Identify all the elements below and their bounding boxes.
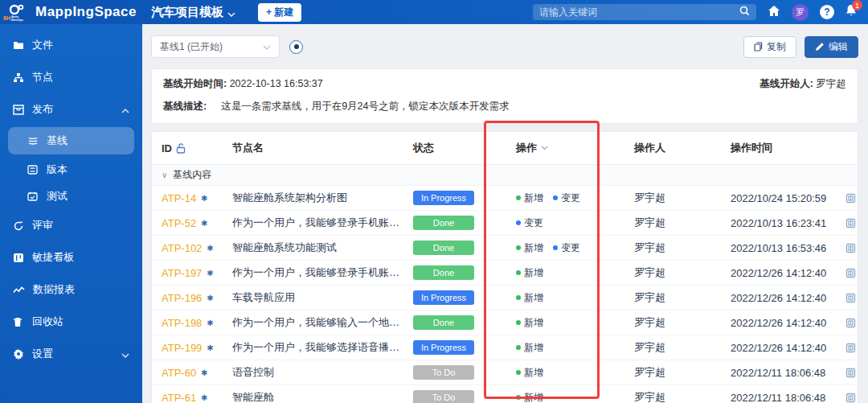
row-name[interactable]: 作为一个用户，我能够输入一个地… [232, 315, 413, 330]
row-id[interactable]: ATP-61 [162, 392, 196, 403]
frozen-asterisk-icon: ✱ [207, 244, 213, 253]
help-icon[interactable]: ? [820, 5, 834, 19]
sidebar-item-versions[interactable]: 版本 [0, 156, 142, 183]
edit-button[interactable]: 编辑 [805, 36, 858, 58]
table-row[interactable]: ATP-60 ✱ 语音控制 To Do 新增 罗宇超 2022/12/11 18… [152, 360, 858, 385]
row-time: 2022/12/11 18:06:48 [731, 367, 845, 379]
avatar[interactable]: 罗 [792, 4, 809, 21]
table-row[interactable]: ATP-61 ✱ 智能座舱 To Do 新增 罗宇超 2022/12/11 18… [152, 385, 858, 403]
sidebar-item-release[interactable]: 发布 [0, 93, 142, 125]
table-body: ATP-14 ✱ 智能座舱系统架构分析图 In Progress 新增变更 罗宇… [152, 186, 858, 403]
row-time: 2022/12/26 14:12:40 [731, 292, 845, 304]
table-row[interactable]: ATP-52 ✱ 作为一个用户，我能够登录手机账… Done 变更 罗宇超 20… [152, 211, 858, 236]
sidebar-item-kanban[interactable]: 敏捷看板 [0, 241, 142, 273]
app-logo[interactable]: 8H Auto DevOps [3, 3, 31, 22]
row-id[interactable]: ATP-196 [162, 292, 202, 304]
row-time: 2022/10/13 16:53:46 [731, 242, 845, 254]
project-title-dropdown[interactable]: 汽车项目模板 [151, 5, 235, 20]
row-name[interactable]: 车载导航应用 [232, 290, 413, 305]
sidebar-item-files[interactable]: 文件 [0, 29, 142, 61]
row-id[interactable]: ATP-198 [162, 317, 202, 329]
row-id[interactable]: ATP-102 [162, 242, 202, 254]
table-header-row: ID 节点名 状态 操作 操作人 操作时间 [152, 132, 858, 165]
snapshot-icon[interactable] [845, 193, 858, 204]
sidebar-item-recycle[interactable]: 回收站 [0, 306, 142, 338]
sidebar-item-baseline[interactable]: 基线 [8, 127, 134, 154]
baseline-target-button[interactable] [289, 40, 303, 54]
logo-badge: 8H Auto DevOps [3, 15, 31, 22]
row-id[interactable]: ATP-199 [162, 342, 202, 354]
row-time: 2022/10/13 16:23:41 [731, 217, 845, 229]
row-name[interactable]: 智能座舱系统功能测试 [232, 241, 413, 255]
folder-icon [13, 40, 24, 50]
chevron-down-icon [227, 6, 235, 19]
op-tag: 新增 [516, 241, 543, 255]
group-label: 基线内容 [173, 168, 211, 182]
baseline-info-card: 基线开始时间: 2022-10-13 16:53:37 基线开始人: 罗宇超 基… [151, 68, 858, 124]
row-id[interactable]: ATP-52 [162, 217, 196, 229]
snapshot-icon[interactable] [845, 243, 858, 253]
op-dot-icon [516, 220, 521, 225]
table-row[interactable]: ATP-199 ✱ 作为一个用户，我能够选择语音播… In Progress 新… [152, 335, 858, 360]
chevron-down-icon[interactable] [121, 348, 129, 360]
sidebar-item-reports[interactable]: 数据报表 [0, 273, 142, 306]
row-id[interactable]: ATP-60 [162, 367, 196, 379]
release-box-icon [13, 105, 24, 115]
home-icon[interactable] [768, 5, 780, 20]
table-row[interactable]: ATP-14 ✱ 智能座舱系统架构分析图 In Progress 新增变更 罗宇… [152, 186, 858, 211]
col-header-time[interactable]: 操作时间 [731, 141, 845, 155]
snapshot-icon[interactable] [845, 343, 858, 353]
row-name[interactable]: 作为一个用户，我能够登录手机账… [232, 265, 413, 280]
row-id[interactable]: ATP-197 [162, 267, 202, 279]
col-header-name[interactable]: 节点名 [232, 141, 413, 155]
op-tag: 新增 [516, 366, 543, 380]
col-header-status[interactable]: 状态 [413, 141, 502, 155]
copy-button[interactable]: 复制 [743, 36, 796, 58]
search-input[interactable] [539, 6, 739, 18]
line-chart-icon [13, 286, 25, 294]
sidebar-item-nodes[interactable]: 节点 [0, 61, 142, 93]
snapshot-icon[interactable] [845, 293, 858, 303]
copy-icon [754, 42, 763, 51]
search-icon[interactable] [739, 5, 750, 19]
col-header-id[interactable]: ID [162, 142, 232, 154]
col-header-ops[interactable]: 操作 [502, 141, 634, 155]
sidebar-item-review[interactable]: 评审 [0, 209, 142, 241]
snapshot-icon[interactable] [845, 268, 858, 278]
row-name[interactable]: 作为一个用户，我能够登录手机账… [232, 216, 413, 230]
sidebar-item-tests[interactable]: 测试 [0, 183, 142, 209]
row-name[interactable]: 语音控制 [232, 365, 413, 380]
row-name[interactable]: 智能座舱系统架构分析图 [232, 191, 413, 205]
status-badge: Done [413, 241, 474, 255]
row-name[interactable]: 作为一个用户，我能够选择语音播… [232, 340, 413, 355]
sidebar-item-settings[interactable]: 设置 [0, 338, 142, 370]
op-tag: 新增 [516, 291, 543, 305]
table-row[interactable]: ATP-198 ✱ 作为一个用户，我能够输入一个地… Done 新增 罗宇超 2… [152, 310, 858, 335]
snapshot-icon[interactable] [845, 393, 858, 403]
notifications-button[interactable]: 1 [845, 4, 857, 20]
op-dot-icon [516, 345, 521, 350]
snapshot-icon[interactable] [845, 368, 858, 378]
starter-value: 罗宇超 [817, 78, 847, 89]
chevron-down-icon [263, 41, 271, 52]
table-row[interactable]: ATP-197 ✱ 作为一个用户，我能够登录手机账… Done 新增 罗宇超 2… [152, 261, 858, 286]
row-name[interactable]: 智能座舱 [232, 390, 413, 403]
table-row[interactable]: ATP-196 ✱ 车载导航应用 In Progress 新增 罗宇超 2022… [152, 286, 858, 310]
op-dot-icon [553, 195, 558, 200]
desc-label: 基线描述: [163, 100, 207, 113]
collapse-chevron-icon[interactable]: ∨ [162, 171, 167, 179]
op-tag: 变更 [516, 216, 543, 230]
col-header-person[interactable]: 操作人 [634, 141, 731, 155]
chevron-up-icon[interactable] [121, 104, 129, 116]
row-id[interactable]: ATP-14 [162, 192, 196, 204]
trash-icon [13, 317, 24, 327]
op-dot-icon [553, 245, 558, 250]
snapshot-icon[interactable] [845, 318, 858, 328]
group-row-baseline-content[interactable]: ∨ 基线内容 [152, 165, 858, 186]
snapshot-icon[interactable] [845, 218, 858, 228]
table-row[interactable]: ATP-102 ✱ 智能座舱系统功能测试 Done 新增变更 罗宇超 2022/… [152, 236, 858, 261]
baseline-select[interactable]: 基线1 (已开始) [151, 35, 280, 58]
start-time-value: 2022-10-13 16:53:37 [230, 78, 323, 89]
search-box[interactable] [533, 4, 756, 20]
new-button[interactable]: + 新建 [258, 3, 301, 22]
